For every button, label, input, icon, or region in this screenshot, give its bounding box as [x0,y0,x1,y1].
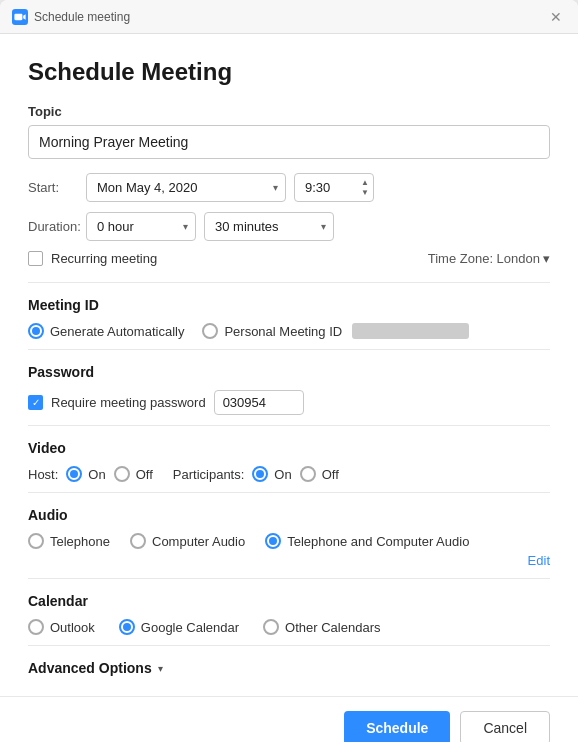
divider-4 [28,492,550,493]
video-title: Video [28,440,550,456]
both-audio-radio[interactable] [265,533,281,549]
page-title: Schedule Meeting [28,58,550,86]
host-off-option[interactable]: Off [114,466,153,482]
time-spinners: ▲ ▼ [358,173,372,202]
personal-id-value: ██████████ [352,323,469,339]
personal-id-option[interactable]: Personal Meeting ID ██████████ [202,323,469,339]
time-up-button[interactable]: ▲ [358,178,372,188]
duration-min-select[interactable]: 00 minutes 15 minutes 30 minutes 45 minu… [204,212,334,241]
outlook-label: Outlook [50,620,95,635]
generate-auto-option[interactable]: Generate Automatically [28,323,184,339]
divider-3 [28,425,550,426]
timezone-label: Time Zone: London [428,251,540,266]
start-date-select[interactable]: Mon May 4, 2020 [86,173,286,202]
outlook-option[interactable]: Outlook [28,619,95,635]
calendar-row: Outlook Google Calendar Other Calendars [28,619,550,635]
participants-on-radio[interactable] [252,466,268,482]
advanced-options-chevron-icon: ▾ [158,663,163,674]
time-down-button[interactable]: ▼ [358,188,372,198]
hour-select-wrapper: 0 hour 1 hour 2 hours ▾ [86,212,196,241]
participants-off-radio[interactable] [300,466,316,482]
schedule-meeting-window: Schedule meeting ✕ Schedule Meeting Topi… [0,0,578,742]
advanced-options-row[interactable]: Advanced Options ▾ [28,660,550,676]
require-password-checkbox[interactable] [28,395,43,410]
video-row: Host: On Off Participants: On O [28,466,550,482]
recurring-label: Recurring meeting [51,251,157,266]
telephone-radio[interactable] [28,533,44,549]
title-bar-left: Schedule meeting [12,9,130,25]
zoom-logo-icon [12,9,28,25]
timezone-selector[interactable]: Time Zone: London ▾ [428,251,550,266]
participants-off-option[interactable]: Off [300,466,339,482]
computer-audio-radio[interactable] [130,533,146,549]
both-audio-option[interactable]: Telephone and Computer Audio [265,533,469,549]
personal-id-label: Personal Meeting ID [224,324,342,339]
other-calendars-option[interactable]: Other Calendars [263,619,380,635]
title-bar: Schedule meeting ✕ [0,0,578,34]
divider-6 [28,645,550,646]
duration-row: Duration: 0 hour 1 hour 2 hours ▾ 00 min… [28,212,550,241]
personal-id-radio[interactable] [202,323,218,339]
duration-hour-select[interactable]: 0 hour 1 hour 2 hours [86,212,196,241]
footer: Schedule Cancel [0,696,578,742]
topic-label: Topic [28,104,550,119]
calendar-title: Calendar [28,593,550,609]
outlook-radio[interactable] [28,619,44,635]
recurring-checkbox[interactable] [28,251,43,266]
participants-on-label: On [274,467,291,482]
date-select-wrapper: Mon May 4, 2020 ▾ [86,173,286,202]
participants-video-group: Participants: On Off [173,466,339,482]
telephone-option[interactable]: Telephone [28,533,110,549]
google-calendar-label: Google Calendar [141,620,239,635]
schedule-button[interactable]: Schedule [344,711,450,742]
host-off-label: Off [136,467,153,482]
meeting-id-title: Meeting ID [28,297,550,313]
generate-auto-label: Generate Automatically [50,324,184,339]
host-video-group: Host: On Off [28,466,153,482]
password-input[interactable] [214,390,304,415]
recurring-timezone-row: Recurring meeting Time Zone: London ▾ [28,251,550,266]
close-button[interactable]: ✕ [546,8,566,26]
audio-title: Audio [28,507,550,523]
topic-input[interactable] [28,125,550,159]
edit-link[interactable]: Edit [528,553,550,568]
start-label: Start: [28,180,86,195]
host-on-radio[interactable] [66,466,82,482]
audio-row: Telephone Computer Audio Telephone and C… [28,533,550,549]
start-row: Start: Mon May 4, 2020 ▾ ▲ ▼ [28,173,550,202]
both-audio-label: Telephone and Computer Audio [287,534,469,549]
time-wrapper: ▲ ▼ [294,173,374,202]
edit-link-row: Edit [28,553,550,568]
timezone-chevron-icon: ▾ [543,251,550,266]
content-area: Schedule Meeting Topic Start: Mon May 4,… [0,34,578,696]
advanced-options-label: Advanced Options [28,660,152,676]
host-off-radio[interactable] [114,466,130,482]
duration-label: Duration: [28,219,86,234]
google-calendar-radio[interactable] [119,619,135,635]
generate-auto-radio[interactable] [28,323,44,339]
require-password-label: Require meeting password [51,395,206,410]
password-row: Require meeting password [28,390,550,415]
computer-audio-label: Computer Audio [152,534,245,549]
password-title: Password [28,364,550,380]
cancel-button[interactable]: Cancel [460,711,550,742]
computer-audio-option[interactable]: Computer Audio [130,533,245,549]
divider-2 [28,349,550,350]
window-title: Schedule meeting [34,10,130,24]
host-label: Host: [28,467,58,482]
participants-off-label: Off [322,467,339,482]
other-calendars-radio[interactable] [263,619,279,635]
meeting-id-radio-row: Generate Automatically Personal Meeting … [28,323,550,339]
telephone-label: Telephone [50,534,110,549]
divider-5 [28,578,550,579]
divider-1 [28,282,550,283]
recurring-left: Recurring meeting [28,251,157,266]
host-on-option[interactable]: On [66,466,105,482]
host-on-label: On [88,467,105,482]
google-calendar-option[interactable]: Google Calendar [119,619,239,635]
participants-label: Participants: [173,467,245,482]
min-select-wrapper: 00 minutes 15 minutes 30 minutes 45 minu… [196,212,334,241]
participants-on-option[interactable]: On [252,466,291,482]
other-calendars-label: Other Calendars [285,620,380,635]
